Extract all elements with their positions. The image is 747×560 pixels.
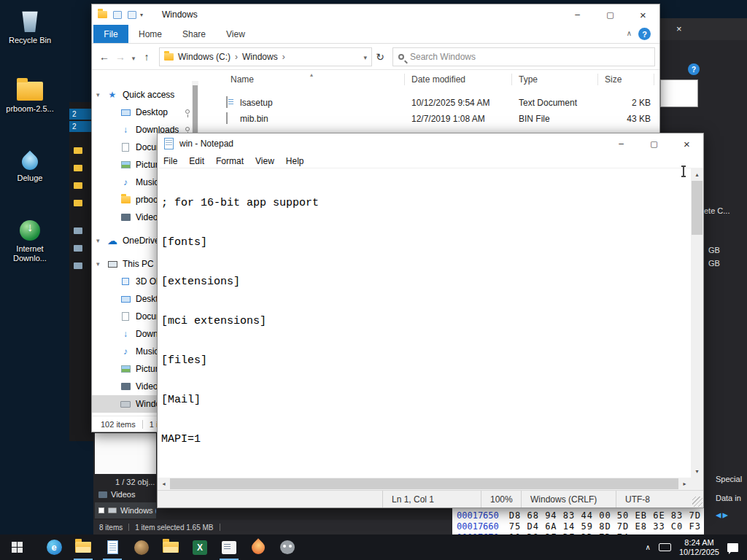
file-icon [74,228,82,234]
column-header-size[interactable]: Size [605,71,622,88]
sidebar-item-desktop[interactable]: Desktop [92,104,209,121]
column-divider[interactable] [597,74,598,85]
desktop-icon-prboom[interactable]: prboom-2.5... [6,82,54,114]
background-list-item[interactable]: 2 [69,109,93,120]
notification-center-icon[interactable] [727,543,738,552]
touch-keyboard-icon[interactable] [659,543,671,551]
file-row-mib-bin[interactable]: mib.bin 12/7/2019 1:08 AM BIN File 43 KB [220,112,652,128]
resize-grip[interactable] [692,497,703,507]
tab-view[interactable]: View [216,25,255,43]
nav-arrows-icon[interactable] [716,508,729,521]
close-button[interactable] [670,133,703,154]
tab-home[interactable]: Home [128,25,172,43]
quick-access-toolbar-icon[interactable] [113,11,122,19]
vertical-scrollbar[interactable] [691,168,703,478]
column-divider[interactable] [654,74,654,85]
scroll-down-icon[interactable] [691,465,703,478]
search-box[interactable] [392,47,655,66]
desktop-icon-deluge[interactable]: Deluge [6,149,54,183]
chevron-down-icon[interactable] [96,237,107,244]
column-header-name[interactable]: Name [231,71,254,88]
menu-view[interactable]: View [249,156,280,166]
sidebar-item-windows-c[interactable]: Windows (C:) [95,502,156,518]
taskbar-icon-notepad[interactable] [98,534,127,560]
taskbar-icon-doom[interactable] [127,534,156,560]
start-button[interactable] [0,534,34,560]
background-list-item[interactable]: 2 [69,121,93,132]
horizontal-scrollbar[interactable] [158,478,691,490]
taskbar-icon-folder[interactable] [156,534,185,560]
scrollbar-thumb[interactable] [170,478,678,489]
hex-row[interactable]: 00017650D8 68 94 83 44 00 50 EB 6E 83 7D [457,510,704,521]
column-divider[interactable] [511,74,512,85]
breadcrumb-drive[interactable]: Windows (C:) [178,52,231,62]
scroll-up-icon[interactable] [691,168,703,181]
menu-help[interactable]: Help [280,156,310,166]
address-toolbar: Windows (C:) Windows [92,44,659,70]
hex-row[interactable]: 0001766075 D4 6A 14 59 8D 7D E8 33 C0 F3 [457,521,704,532]
recent-locations-dropdown-icon[interactable] [128,51,139,63]
quick-access-dropdown-icon[interactable]: ▾ [140,12,143,18]
close-button[interactable] [627,4,659,25]
folder-icon [17,82,43,101]
breadcrumb-separator-icon[interactable] [235,52,238,62]
menu-format[interactable]: Format [210,156,249,166]
back-button[interactable] [96,51,112,63]
taskbar-icon-excel[interactable]: X [185,534,214,560]
items-count: 8 items [99,524,123,532]
scrollbar-thumb[interactable] [193,85,198,138]
taskbar-icon-flame-app[interactable] [244,534,273,560]
refresh-button[interactable] [372,51,388,63]
tray-time: 8:24 AM [679,538,719,548]
column-header-type[interactable]: Type [519,71,538,88]
minimize-button[interactable] [605,133,638,154]
column-header-date[interactable]: Date modified [411,71,465,88]
text-editor-area[interactable]: ; for 16-bit app support [fonts] [extens… [158,168,691,478]
minimize-button[interactable] [561,4,594,25]
taskbar-icon-file-explorer[interactable] [69,534,98,560]
address-dropdown-icon[interactable] [363,52,367,62]
app-icon [98,11,107,18]
hex-address: 00017660 [457,521,499,532]
sidebar-item-label: Desktop [136,107,168,117]
sidebar-item-quick-access[interactable]: Quick access [92,86,209,104]
sidebar-item-videos[interactable]: Videos [95,487,156,502]
desktop-icon-idm[interactable]: Internet Downlo... [6,220,54,263]
tray-expand-icon[interactable] [646,543,651,551]
taskbar-icon-hex-editor[interactable] [214,534,244,560]
ribbon-collapse-icon[interactable] [627,29,632,37]
chevron-down-icon[interactable] [96,91,107,98]
help-icon[interactable] [688,63,700,75]
quick-access-toolbar-icon[interactable] [128,11,136,19]
taskbar-icon-gimp[interactable] [273,534,302,560]
breadcrumb-folder[interactable]: Windows [242,52,278,62]
menu-edit[interactable]: Edit [183,156,210,166]
file-size: 2 KB [585,98,651,108]
breadcrumb-separator-icon[interactable] [282,52,285,62]
menu-file[interactable]: File [158,156,183,166]
maximize-button[interactable] [638,133,670,154]
up-button[interactable] [139,51,155,63]
file-row-lsasetup[interactable]: lsasetup 10/12/2025 9:54 AM Text Documen… [220,96,652,112]
help-icon[interactable] [638,28,651,40]
forward-button[interactable] [112,51,128,63]
clock[interactable]: 8:24 AM 10/12/2025 [679,538,719,557]
column-divider[interactable] [404,74,405,85]
maximize-button[interactable] [594,4,627,25]
checkbox[interactable] [98,508,104,513]
globe-download-icon [20,220,40,241]
scrollbar-thumb[interactable] [692,181,703,235]
scroll-right-icon[interactable] [678,478,691,490]
address-bar[interactable]: Windows (C:) Windows [159,47,372,66]
toolbar-field[interactable] [660,79,698,107]
tab-share[interactable]: Share [172,25,216,43]
search-input[interactable] [409,51,649,63]
tab-file[interactable]: File [93,25,128,43]
chevron-down-icon[interactable] [96,260,107,268]
scroll-left-icon[interactable] [158,478,170,490]
taskbar-icon-browser[interactable]: e [39,534,69,560]
file-date: 10/12/2025 9:54 AM [411,98,489,108]
music-icon [120,177,131,187]
close-icon[interactable] [676,23,682,34]
desktop-icon-recycle-bin[interactable]: Recycle Bin [6,10,54,45]
